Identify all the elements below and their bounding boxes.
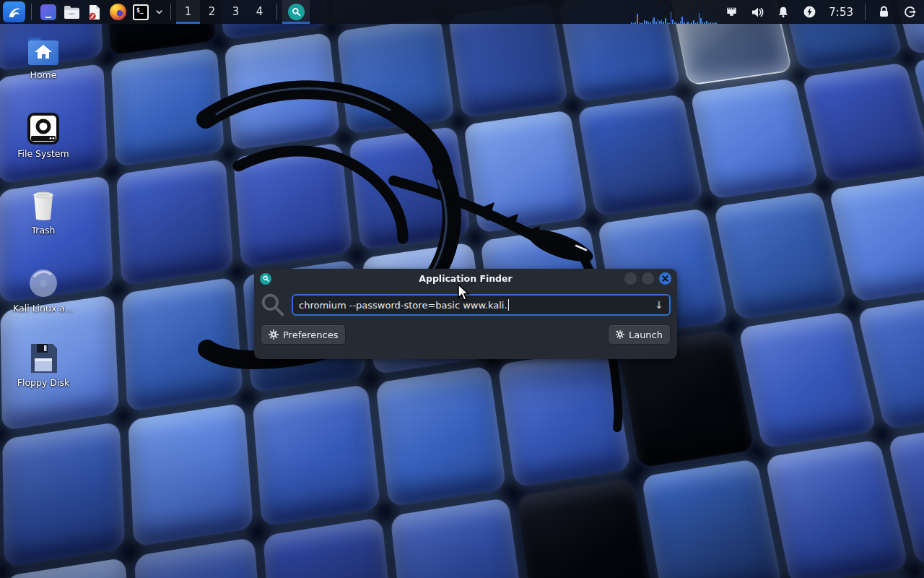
- text-editor-icon: [87, 4, 102, 20]
- power-manager-tray-button[interactable]: [796, 0, 822, 24]
- cpu-bar: [680, 21, 681, 24]
- wallpaper-cube: [111, 48, 225, 167]
- cpu-bar: [635, 22, 637, 24]
- cpu-bar: [702, 22, 704, 24]
- folder-icon: [64, 5, 80, 20]
- cpu-bar: [652, 20, 653, 24]
- cpu-bar: [659, 21, 661, 24]
- volume-icon: [750, 5, 764, 20]
- disc-icon: [27, 267, 60, 300]
- wallpaper-cube: [738, 311, 877, 449]
- trash-icon: [29, 189, 58, 222]
- finder-actions: Preferences Launch: [254, 317, 677, 345]
- workspace-label: 3: [232, 5, 240, 18]
- cpu-bar: [665, 18, 666, 24]
- cpu-graph[interactable]: [629, 0, 718, 24]
- terminal-session-launcher[interactable]: $_: [129, 0, 152, 24]
- panel-right-group: 7:53: [629, 0, 924, 24]
- power-bolt-icon: [803, 5, 816, 19]
- command-input[interactable]: chromium --password-store=basic www.kali…: [292, 294, 671, 316]
- titlebar[interactable]: Application Finder: [254, 269, 677, 288]
- preferences-button[interactable]: Preferences: [261, 324, 346, 345]
- desktop-icon-label: Kali Linux a...: [13, 303, 74, 314]
- desktop-icon-label: File System: [17, 149, 69, 159]
- desktop-icon-home[interactable]: Home: [6, 36, 81, 80]
- cpu-bar: [676, 22, 678, 24]
- cpu-bar: [642, 22, 644, 24]
- desktop-icon-kali-linux[interactable]: Kali Linux a...: [6, 267, 81, 314]
- wallpaper-cube: [641, 459, 783, 578]
- cpu-bar: [639, 22, 640, 24]
- wallpaper-cube: [713, 191, 847, 320]
- wallpaper-cube: [349, 126, 471, 251]
- desktop-icon-trash[interactable]: Trash: [6, 189, 81, 236]
- text-caret: [508, 299, 510, 311]
- cpu-bar: [687, 22, 689, 24]
- cpu-bar: [713, 23, 715, 24]
- cpu-bar: [663, 22, 664, 24]
- application-finder-task-icon: [288, 4, 305, 20]
- workspace-button-3[interactable]: 3: [224, 0, 248, 24]
- launch-button[interactable]: Launch: [608, 324, 671, 345]
- hard-drive-icon: [27, 112, 60, 145]
- wallpaper-cube: [764, 439, 909, 578]
- wallpaper-cube: [463, 110, 588, 233]
- cpu-bar: [668, 23, 670, 24]
- notifications-tray-button[interactable]: [770, 0, 796, 24]
- workspace-button-4[interactable]: 4: [248, 0, 271, 24]
- cpu-bar: [648, 22, 650, 24]
- wallpaper-cube: [497, 348, 631, 488]
- wallpaper-cube: [829, 174, 924, 302]
- logout-icon: [903, 5, 917, 19]
- wallpaper-cube: [2, 422, 125, 567]
- top-panel: $_ 1 2 3 4: [0, 0, 924, 24]
- close-button[interactable]: [659, 272, 671, 285]
- preferences-label: Preferences: [283, 329, 338, 340]
- cpu-bar: [681, 17, 683, 24]
- lock-icon: [878, 5, 890, 19]
- panel-separator: [276, 4, 277, 20]
- search-icon: [292, 7, 301, 17]
- dropdown-arrow-icon[interactable]: ↓: [655, 299, 663, 311]
- cpu-bar: [689, 23, 691, 24]
- wallpaper-cube: [252, 384, 380, 527]
- web-browser-launcher[interactable]: [106, 0, 129, 24]
- text-editor-launcher[interactable]: [83, 0, 106, 24]
- desktop-icon-floppy-disk[interactable]: Floppy Disk: [6, 342, 81, 388]
- cpu-bar: [704, 22, 705, 24]
- cpu-bar: [640, 23, 642, 24]
- file-manager-launcher[interactable]: [60, 0, 83, 24]
- network-tray-button[interactable]: [718, 0, 744, 24]
- wallpaper-cube: [263, 517, 396, 578]
- cpu-bar: [637, 14, 638, 24]
- launcher-dropdown-arrow[interactable]: [152, 0, 165, 24]
- lock-screen-button[interactable]: [871, 0, 897, 24]
- applications-menu-button[interactable]: [3, 1, 25, 22]
- cpu-bar: [667, 22, 668, 24]
- minimize-button[interactable]: [624, 272, 637, 285]
- panel-separator: [31, 4, 32, 20]
- wallpaper-cube: [516, 478, 655, 578]
- volume-tray-button[interactable]: [744, 0, 770, 24]
- large-search-icon: [261, 293, 285, 317]
- maximize-button[interactable]: [642, 272, 654, 285]
- workspace-button-2[interactable]: 2: [200, 0, 224, 24]
- cpu-bar: [672, 20, 674, 24]
- wallpaper-cube: [390, 498, 526, 578]
- logout-button[interactable]: [897, 0, 923, 24]
- panel-clock[interactable]: 7:53: [822, 0, 860, 24]
- terminal-emulator-icon: [40, 4, 56, 20]
- desktop-icon-file-system[interactable]: File System: [6, 112, 81, 159]
- workspace-button-1[interactable]: 1: [176, 0, 200, 24]
- kali-menu-icon: [6, 4, 22, 20]
- panel-left-group: $_ 1 2 3 4: [0, 0, 310, 24]
- application-finder-window: Application Finder chromium --password-s…: [254, 269, 677, 359]
- wallpaper-cube: [690, 78, 819, 199]
- workspace-label: 1: [185, 5, 192, 18]
- cpu-bar: [633, 23, 635, 24]
- terminal-emulator-launcher[interactable]: [37, 0, 60, 24]
- desktop-icon-label: Home: [30, 70, 57, 80]
- taskbar-application-finder[interactable]: [282, 0, 310, 24]
- cpu-bar: [686, 23, 687, 24]
- command-text: chromium --password-store=basic www.kali…: [299, 300, 507, 311]
